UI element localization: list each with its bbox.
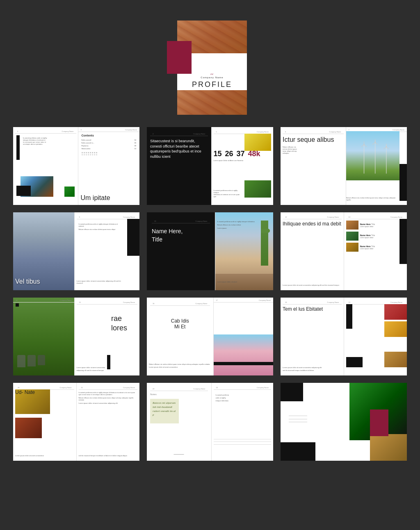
page-num-3l: 6 <box>285 131 286 133</box>
body-text-5r-b: Lorem ipsum dolor sit amet <box>217 281 263 283</box>
body-text-9l: Lorem ipsum dolor sit amet consectetur a… <box>283 366 342 371</box>
page-num-8r: 17 <box>216 299 218 301</box>
black-bar-1 <box>16 135 20 160</box>
black-bar-8r <box>214 362 274 365</box>
body-text-10r: Is asinett portkima unde ut nighly intaq… <box>79 391 138 404</box>
spread-2-left: 4 Company Name Sitaecustest is si bearun… <box>147 127 211 205</box>
vel-tibus-text: Vel tibus <box>15 278 40 285</box>
page-num-5l: 10 <box>154 220 156 222</box>
page-num-10l: 20 <box>18 387 19 389</box>
spread-5-left: 10 Company Name Name Here, Title <box>147 212 215 290</box>
person-3-name: Name Here Title <box>360 245 375 248</box>
spread-8-left: 16 Company Name Cab Idis Mi Et Nidunt of… <box>147 298 213 375</box>
spread-11: 22 Company Name Notes Rateces mi ulparum… <box>147 383 273 461</box>
cover-company-name: Company Name <box>201 76 223 79</box>
spread-6-right: 13 Company Name Name Here TitleLorem ips… <box>344 212 407 290</box>
spread-7-right: 15 Company Name raelores Lorem ipsum dol… <box>75 298 140 375</box>
page-num-7r: 15 <box>79 301 81 303</box>
person-2-name: Name Here Title <box>360 234 375 237</box>
spread-7: 14 Company Name 15 Company Name raelores… <box>13 298 139 375</box>
page-num-6l: 12 <box>285 216 287 218</box>
stat-labels: Lorem ipsum Dolor sit Amet con Sectetur <box>214 159 262 162</box>
black-bar-9 <box>346 304 352 329</box>
body-text-6l: Lorem ipsum dolor sit amet consectetur a… <box>283 284 342 286</box>
ihiliquae-heading: Ihiliquae endes id ma debit <box>283 221 342 227</box>
spread-1-right: 3 Company Name Contents Nulla conestil04… <box>78 127 140 205</box>
body-text-7r: Lorem ipsum dolor sit amet consectetur a… <box>77 366 138 371</box>
page-num-1l: 2 <box>17 130 18 132</box>
cover-container: ## Company Name PROFILE 47 <box>173 16 247 115</box>
dot-matrix <box>82 152 137 155</box>
svg-line-9 <box>372 142 375 144</box>
contents-title: Contents <box>82 134 137 137</box>
name-here-text: Name Here, Title <box>152 227 210 243</box>
spread-9: 18 Company Name Tem el lus Ebitatet Lore… <box>281 298 407 375</box>
food-img-3 <box>384 352 407 367</box>
back-black-tl <box>281 383 303 401</box>
spread-11-right: 23 Company Name Is asinett portkima unde… <box>212 383 274 461</box>
rae-lores-text: raelores <box>111 314 127 333</box>
cover-red-block <box>167 41 192 74</box>
spread-1: 2 Company Name Is asinett portkima unde … <box>13 127 139 205</box>
black-block-9 <box>346 357 363 367</box>
body-text-8l: Nidunt officium nis molum dolest quam in… <box>149 363 211 368</box>
svg-line-3 <box>364 145 367 147</box>
quote-box: Rateces mi ulparum lab inti-busdandi rat… <box>150 399 179 423</box>
page-num-4r: 9 <box>79 216 80 218</box>
back-lines <box>289 416 307 422</box>
company-name-10r: Company Name <box>123 387 135 389</box>
black-bar-3r <box>399 164 407 201</box>
spread-9-right: 19 Company Name <box>344 298 407 375</box>
cover-logo: ## <box>210 73 214 75</box>
spread-4: 8 Company Name Vel tibus 9 Company Name … <box>13 212 139 290</box>
spread-1-left: 2 Company Name Is asinett portkima unde … <box>13 127 78 205</box>
black-bar-6r <box>399 219 407 264</box>
plant-image <box>244 180 271 198</box>
stat-1: 15 <box>214 150 222 158</box>
spread-7-left: 14 Company Name <box>13 298 74 375</box>
stat-2: 26 <box>225 150 233 158</box>
spread-11-left: 22 Company Name Notes Rateces mi ulparum… <box>147 383 211 461</box>
ictur-heading: Ictur seque alibus <box>283 136 344 143</box>
notes-label: Notes <box>150 393 208 396</box>
contents-item-3: Repturius08 <box>82 145 137 147</box>
rule-1 <box>214 439 272 439</box>
rule-2 <box>214 441 272 442</box>
company-name-6l: Company Name <box>327 216 339 218</box>
body-text-10r-b: sed do eiusmod tempor incididunt ut labo… <box>79 455 138 457</box>
company-name-1r: Company Name <box>125 129 137 131</box>
stat-3: 37 <box>237 150 245 158</box>
contents-item-4: Sitaecustest10 <box>82 148 137 150</box>
spread-5-right: 11 Company Name Is asinett portkima unde… <box>215 212 274 290</box>
blossoms-image <box>214 334 274 375</box>
body-text-3r: Nidunt officium nis molum dolest quam in… <box>346 197 399 201</box>
food-img-1 <box>384 304 407 320</box>
back-black-bl <box>281 442 315 461</box>
page-num-11r: 23 <box>216 387 218 389</box>
company-name-8l: Company Name <box>196 303 208 305</box>
spread-6: 12 Company Name Ihiliquae endes id ma de… <box>281 212 407 290</box>
spreads-grid: 2 Company Name Is asinett portkima unde … <box>13 127 407 461</box>
person-1-name: Name Here Title <box>360 223 375 225</box>
page-num-6r: 13 <box>349 216 350 218</box>
black-square-7 <box>16 303 19 307</box>
stats-container: 15 26 37 48k Lorem ipsum Dolor sit Amet … <box>214 150 262 162</box>
person-2-img <box>346 232 358 241</box>
page-num-2l: 4 <box>153 133 153 135</box>
black-bar-4r <box>127 219 139 256</box>
quote-text-11: Rateces mi ulparum lab inti-busdandi rat… <box>153 401 176 417</box>
body-text-3l: Nidunt officium nismolum dolest quaminci… <box>283 146 344 154</box>
page-num-8l: 16 <box>153 303 154 305</box>
page-num-7l: 14 <box>16 299 17 301</box>
company-name-5l: Company Name <box>196 220 208 222</box>
contents-item-1: Nulla conestil04 <box>82 139 137 141</box>
person-3-img <box>346 243 358 252</box>
body-text-2r: Is asinett portkima unde ut nighly intaq… <box>214 189 243 198</box>
person-1-img <box>346 221 358 230</box>
spread-4-right: 9 Company Name Is asinett portkima unde … <box>75 212 140 290</box>
spread-10-left: 20 Company Name Ud- Nate Lorem ipsum dol… <box>13 383 76 461</box>
company-name-1l: Company Name <box>62 130 74 132</box>
body-text-4r-bottom: Lorem ipsum dolor sit amet consectetur a… <box>77 280 126 284</box>
person-2: Name Here TitleLorem ipsum dolor <box>346 232 396 241</box>
page-num-9l: 18 <box>285 301 287 303</box>
